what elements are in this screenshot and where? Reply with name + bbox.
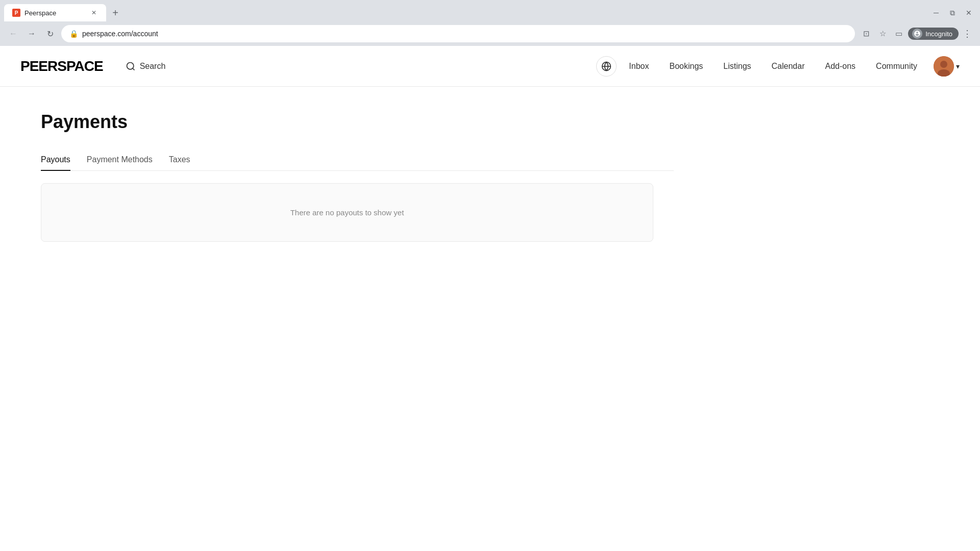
chevron-down-icon: ▾ [956, 62, 960, 70]
browser-chrome: P Peerspace ✕ + ─ ⧉ ✕ ← → ↻ 🔒 peerspace.… [0, 0, 980, 46]
tab-bar: P Peerspace ✕ + ─ ⧉ ✕ [0, 0, 980, 21]
incognito-icon [912, 29, 922, 39]
toolbar-right: ⊡ ☆ ▭ Incognito ⋮ [859, 26, 974, 41]
new-tab-button[interactable]: + [108, 6, 122, 20]
tab-favicon: P [12, 9, 20, 17]
user-menu-button[interactable]: ▾ [934, 56, 960, 77]
nav-calendar[interactable]: Calendar [764, 58, 813, 75]
back-button[interactable]: ← [6, 27, 20, 41]
close-button[interactable]: ✕ [964, 8, 974, 18]
globe-button[interactable] [596, 56, 617, 77]
sidebar-icon[interactable]: ▭ [892, 27, 906, 41]
more-options-button[interactable]: ⋮ [961, 26, 974, 41]
restore-button[interactable]: ⧉ [947, 8, 958, 18]
tab-payouts[interactable]: Payouts [41, 149, 70, 170]
nav-listings[interactable]: Listings [715, 58, 759, 75]
app-wrapper: PEERSPACE Search Inbox Bookings Listings… [0, 46, 980, 551]
cast-icon[interactable]: ⊡ [859, 27, 873, 41]
nav-add-ons[interactable]: Add-ons [817, 58, 864, 75]
globe-icon [601, 61, 611, 71]
search-label: Search [140, 62, 166, 71]
tabs-container: Payouts Payment Methods Taxes [41, 149, 674, 171]
user-avatar [934, 56, 954, 77]
tab-payment-methods[interactable]: Payment Methods [87, 149, 153, 170]
address-bar[interactable]: 🔒 peerspace.com/account [61, 25, 855, 42]
logo[interactable]: PEERSPACE [20, 58, 103, 74]
incognito-badge[interactable]: Incognito [908, 28, 959, 40]
url-text: peerspace.com/account [82, 30, 847, 38]
empty-state-container: There are no payouts to show yet [41, 183, 653, 242]
header-nav: Inbox Bookings Listings Calendar Add-ons… [596, 56, 960, 77]
nav-bookings[interactable]: Bookings [661, 58, 711, 75]
reload-button[interactable]: ↻ [43, 27, 57, 41]
incognito-label: Incognito [925, 30, 952, 38]
window-controls: ─ ⧉ ✕ [931, 8, 980, 18]
nav-inbox[interactable]: Inbox [621, 58, 657, 75]
minimize-button[interactable]: ─ [931, 8, 941, 18]
svg-line-1 [133, 68, 135, 70]
svg-point-0 [127, 62, 133, 69]
svg-point-5 [940, 61, 947, 68]
empty-state-message: There are no payouts to show yet [290, 208, 404, 217]
tab-close-button[interactable]: ✕ [90, 9, 98, 17]
search-button[interactable]: Search [119, 57, 172, 76]
tab-title: Peerspace [24, 9, 86, 17]
lock-icon: 🔒 [69, 30, 78, 38]
tab-taxes[interactable]: Taxes [169, 149, 190, 170]
forward-button[interactable]: → [24, 27, 39, 41]
nav-community[interactable]: Community [868, 58, 925, 75]
page-title: Payments [41, 111, 674, 133]
search-icon [126, 61, 136, 71]
main-content: Payments Payouts Payment Methods Taxes T… [0, 87, 715, 266]
browser-toolbar: ← → ↻ 🔒 peerspace.com/account ⊡ ☆ ▭ Inco… [0, 21, 980, 46]
browser-tab[interactable]: P Peerspace ✕ [4, 4, 106, 21]
app-header: PEERSPACE Search Inbox Bookings Listings… [0, 46, 980, 87]
bookmark-icon[interactable]: ☆ [875, 27, 890, 41]
